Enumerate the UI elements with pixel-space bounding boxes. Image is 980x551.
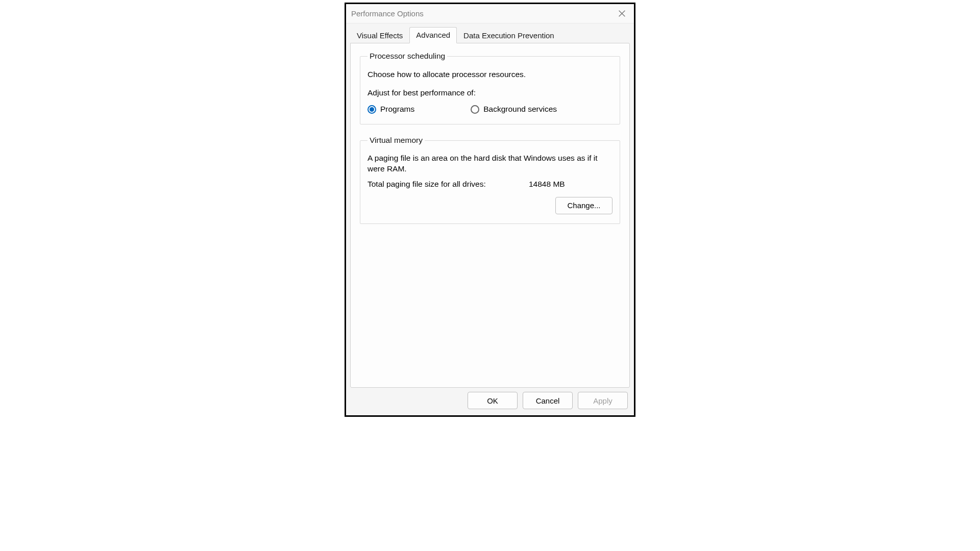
processor-scheduling-subheading: Adjust for best performance of: xyxy=(368,88,612,97)
processor-scheduling-legend: Processor scheduling xyxy=(368,52,447,61)
radio-icon xyxy=(471,105,479,114)
paging-file-total-label: Total paging file size for all drives: xyxy=(368,180,529,189)
ok-button[interactable]: OK xyxy=(468,392,518,409)
radio-programs[interactable]: Programs xyxy=(368,105,414,114)
tab-strip: Visual Effects Advanced Data Execution P… xyxy=(346,23,634,43)
paging-file-total-row: Total paging file size for all drives: 1… xyxy=(368,180,612,189)
close-button[interactable] xyxy=(612,7,631,21)
advanced-tab-panel: Processor scheduling Choose how to alloc… xyxy=(350,43,630,388)
titlebar: Performance Options xyxy=(346,4,634,23)
processor-scheduling-radios: Programs Background services xyxy=(368,105,612,114)
virtual-memory-legend: Virtual memory xyxy=(368,136,425,145)
processor-scheduling-description: Choose how to allocate processor resourc… xyxy=(368,70,612,79)
radio-icon xyxy=(368,105,376,114)
radio-background-services[interactable]: Background services xyxy=(471,105,557,114)
paging-file-total-value: 14848 MB xyxy=(529,180,565,189)
apply-button[interactable]: Apply xyxy=(578,392,628,409)
virtual-memory-description: A paging file is an area on the hard dis… xyxy=(368,153,612,174)
window-title: Performance Options xyxy=(351,9,424,18)
change-button[interactable]: Change... xyxy=(555,197,612,214)
performance-options-dialog: Performance Options Visual Effects Advan… xyxy=(345,3,635,417)
processor-scheduling-group: Processor scheduling Choose how to alloc… xyxy=(360,52,620,124)
tab-visual-effects[interactable]: Visual Effects xyxy=(350,28,409,43)
dialog-footer: OK Cancel Apply xyxy=(346,392,634,415)
tab-data-execution-prevention[interactable]: Data Execution Prevention xyxy=(457,28,561,43)
cancel-button[interactable]: Cancel xyxy=(523,392,573,409)
close-icon xyxy=(619,10,625,17)
virtual-memory-group: Virtual memory A paging file is an area … xyxy=(360,136,620,224)
radio-background-label: Background services xyxy=(483,105,557,114)
radio-programs-label: Programs xyxy=(380,105,414,114)
tab-advanced[interactable]: Advanced xyxy=(409,27,457,43)
